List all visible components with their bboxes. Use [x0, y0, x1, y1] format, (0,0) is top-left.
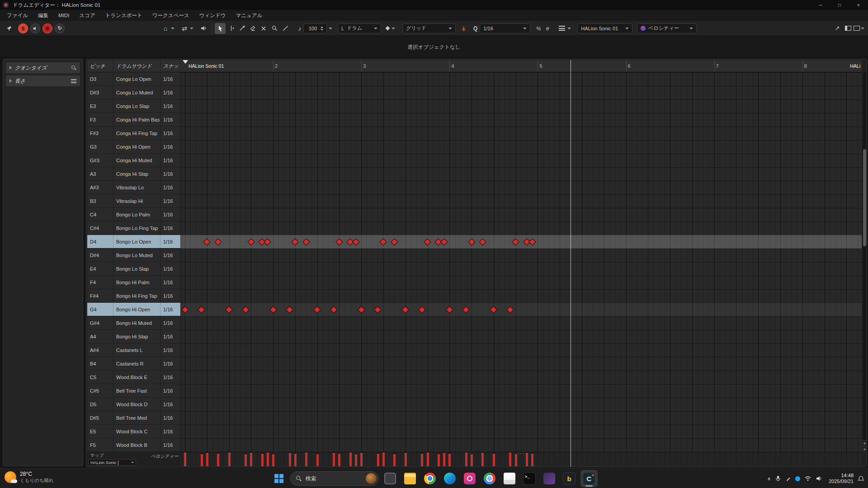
velocity-bar[interactable] — [228, 453, 231, 466]
line-tool[interactable] — [280, 23, 291, 34]
drum-note[interactable] — [358, 306, 365, 313]
drum-note[interactable] — [512, 238, 519, 245]
drum-note[interactable] — [352, 238, 359, 245]
velocity-bar[interactable] — [206, 453, 208, 466]
drum-row[interactable]: C4Bongo Lo Palm1/16 — [87, 208, 180, 221]
autoscroll-icon[interactable]: ⇄ — [179, 23, 190, 34]
drum-row[interactable]: D3Conga Lo Open1/16 — [87, 72, 180, 86]
onedrive-icon[interactable] — [795, 476, 800, 481]
layers-icon[interactable] — [557, 23, 567, 34]
drum-note[interactable] — [528, 238, 536, 245]
velocity-bar[interactable] — [294, 454, 297, 466]
weather-widget[interactable]: 28°C くもりのち晴れ — [5, 471, 54, 483]
wifi-icon[interactable] — [804, 476, 811, 481]
object-selection-tool[interactable] — [215, 23, 226, 34]
left-zone-icon[interactable] — [843, 23, 854, 34]
velocity-bar[interactable] — [305, 453, 307, 466]
inspector-section[interactable]: クオンタイズ — [6, 62, 80, 73]
velocity-bar[interactable] — [184, 453, 186, 466]
close-button[interactable]: × — [849, 0, 868, 10]
taskbar-screen-recorder-icon[interactable] — [461, 470, 478, 487]
drum-note[interactable] — [242, 306, 249, 313]
drum-note[interactable] — [490, 306, 497, 313]
taskbar-media-app-icon[interactable] — [541, 470, 558, 487]
taskbar-file-explorer-icon[interactable] — [401, 470, 419, 487]
home-icon[interactable]: ⌂ — [160, 23, 171, 34]
drum-note[interactable] — [286, 306, 293, 313]
velocity-bar[interactable] — [509, 453, 511, 466]
zoom-out-button[interactable]: + — [862, 446, 867, 452]
acoustic-feedback-button[interactable] — [30, 23, 40, 33]
snap-type-icon[interactable]: -|- — [458, 23, 469, 34]
part-start-marker-icon[interactable] — [183, 60, 188, 64]
drum-row[interactable]: A3Conga Hi Slap1/16 — [87, 167, 180, 181]
drum-note[interactable] — [380, 238, 387, 245]
menu-item[interactable]: MIDI — [53, 10, 74, 21]
diamond-display-icon[interactable] — [383, 23, 397, 34]
drum-row[interactable]: F4Bongo Hi Palm1/16 — [87, 276, 180, 289]
menu-item[interactable]: マニュアル — [231, 10, 268, 21]
eraser-tool[interactable] — [247, 23, 258, 34]
minimize-button[interactable]: ─ — [811, 0, 830, 10]
quantize-panel-icon[interactable]: e — [543, 23, 552, 34]
column-header-snap[interactable]: スナップ — [160, 60, 180, 72]
taskbar-chrome-profile-icon[interactable] — [481, 470, 498, 487]
drum-row[interactable]: A#3Vibraslap Lo1/16 — [87, 181, 180, 194]
menu-item[interactable]: スコア — [74, 10, 100, 21]
drum-note[interactable] — [479, 238, 486, 245]
taskbar-chrome-icon[interactable] — [421, 470, 439, 487]
velocity-bar[interactable] — [471, 455, 473, 466]
pin-icon[interactable] — [4, 23, 14, 34]
drum-row[interactable]: C5Wood Block E1/16 — [87, 371, 180, 384]
velocity-bar[interactable] — [515, 455, 517, 466]
drum-row[interactable]: A4Bongo Hi Slap1/16 — [87, 330, 180, 343]
menu-item[interactable]: トランスポート — [100, 10, 147, 21]
velocity-bar[interactable] — [261, 454, 264, 466]
chevron-down-icon[interactable] — [190, 28, 193, 29]
drum-note[interactable] — [203, 238, 211, 245]
note-grid[interactable] — [180, 72, 862, 452]
chevron-down-icon[interactable] — [329, 28, 332, 29]
drum-note[interactable] — [374, 306, 382, 313]
drum-note[interactable] — [264, 238, 271, 245]
drum-row[interactable]: E4Bongo Lo Slap1/16 — [87, 262, 180, 276]
drum-note[interactable] — [226, 306, 233, 313]
velocity-bar[interactable] — [448, 454, 451, 466]
velocity-bar[interactable] — [481, 453, 484, 466]
vertical-scrollbar[interactable]: + + — [862, 72, 867, 452]
taskbar-notepad-icon[interactable] — [501, 470, 518, 487]
drum-row[interactable]: B4Castanets R1/16 — [87, 357, 180, 371]
velocity-bar[interactable] — [217, 454, 219, 466]
menu-item[interactable]: ウィンドウ — [194, 10, 231, 21]
velocity-bar[interactable] — [465, 453, 467, 466]
drum-map-select[interactable]: HALion Sonic [ — [88, 459, 136, 466]
drum-row[interactable]: C#4Bongo Lo Fing Tap1/16 — [87, 221, 180, 235]
record-button[interactable] — [42, 23, 52, 33]
menu-item[interactable]: ファイル — [2, 10, 33, 21]
drum-row[interactable]: D#3Conga Lo Muted1/16 — [87, 86, 180, 99]
velocity-bar[interactable] — [526, 453, 528, 466]
part-select[interactable]: HALion Sonic 01 — [577, 23, 632, 33]
velocity-bar[interactable] — [333, 453, 335, 466]
velocity-bar[interactable] — [349, 453, 352, 466]
menu-item[interactable]: 編集 — [33, 10, 53, 21]
speaker-icon[interactable] — [198, 23, 209, 34]
playhead[interactable] — [571, 60, 571, 467]
inspector-section[interactable]: 長さ — [6, 75, 80, 86]
taskbar-app-window-icon[interactable] — [382, 470, 399, 487]
drum-note[interactable] — [248, 238, 255, 245]
taskbar-edge-icon[interactable] — [441, 470, 458, 487]
velocity-bar[interactable] — [493, 454, 495, 466]
velocity-bar[interactable] — [382, 453, 385, 466]
menu-item[interactable]: ワークスペース — [147, 10, 194, 21]
search-box[interactable]: 検索 — [290, 471, 379, 486]
velocity-bar[interactable] — [421, 454, 423, 466]
scrollbar-thumb[interactable] — [863, 149, 866, 246]
velocity-bar[interactable] — [201, 455, 203, 466]
drumstick-tool[interactable] — [236, 23, 247, 34]
drum-row[interactable]: E5Wood Block C1/16 — [87, 425, 180, 438]
velocity-bar[interactable] — [443, 453, 445, 466]
drum-note[interactable] — [446, 306, 453, 313]
loop-button[interactable]: ↻ — [55, 23, 65, 33]
mute-tool[interactable] — [258, 23, 269, 34]
